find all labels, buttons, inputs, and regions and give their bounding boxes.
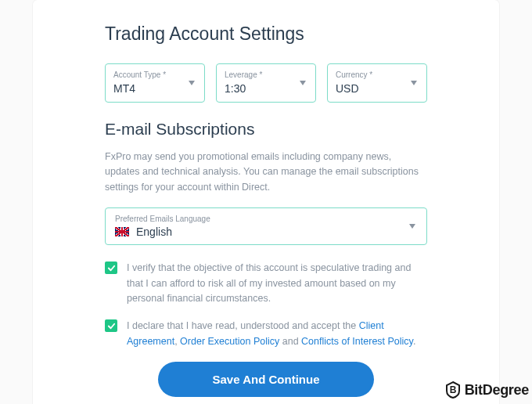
email-info-text: FxPro may send you promotional emails in…	[105, 150, 427, 195]
account-type-label: Account Type *	[113, 70, 196, 79]
declare-text: I declare that I have read, understood a…	[127, 319, 427, 349]
check-icon	[107, 264, 116, 272]
currency-select[interactable]: Currency * USD	[327, 63, 427, 103]
page-title: Trading Account Settings	[105, 23, 427, 45]
svg-text:B: B	[449, 384, 456, 395]
save-continue-button[interactable]: Save And Continue	[158, 362, 375, 397]
chevron-down-icon	[409, 224, 415, 229]
chevron-down-icon	[300, 81, 306, 85]
conflicts-policy-link[interactable]: Conflicts of Interest Policy	[301, 336, 413, 347]
declare-prefix: I declare that I have read, understood a…	[127, 320, 359, 331]
order-execution-link[interactable]: Order Execution Policy	[180, 336, 279, 347]
account-type-select[interactable]: Account Type * MT4	[105, 63, 205, 103]
verify-checkbox[interactable]	[105, 262, 117, 274]
verify-checkbox-row: I verify that the objective of this acco…	[105, 261, 427, 306]
currency-label: Currency *	[336, 70, 419, 79]
chevron-down-icon	[411, 81, 417, 85]
declare-checkbox-row: I declare that I have read, understood a…	[105, 319, 427, 349]
uk-flag-icon	[115, 227, 129, 236]
watermark-text: BitDegree	[465, 382, 529, 399]
watermark: B BitDegree	[444, 381, 529, 399]
leverage-label: Leverage *	[225, 70, 307, 79]
select-row: Account Type * MT4 Leverage * 1:30 Curre…	[105, 63, 427, 103]
chevron-down-icon	[189, 81, 195, 85]
leverage-value: 1:30	[225, 82, 246, 95]
language-value: English	[136, 225, 172, 238]
settings-card: Trading Account Settings Account Type * …	[33, 0, 499, 404]
declare-sep2: and	[279, 336, 301, 347]
check-icon	[107, 322, 116, 330]
declare-suffix: .	[413, 336, 415, 347]
currency-value: USD	[336, 82, 359, 95]
language-select[interactable]: Preferred Emails Language English	[105, 207, 427, 245]
declare-checkbox[interactable]	[105, 319, 117, 332]
email-heading: E-mail Subscriptions	[105, 120, 427, 139]
account-type-value: MT4	[113, 82, 135, 95]
verify-text: I verify that the objective of this acco…	[127, 261, 427, 306]
shield-icon: B	[444, 381, 462, 399]
leverage-select[interactable]: Leverage * 1:30	[216, 63, 316, 103]
language-label: Preferred Emails Language	[115, 215, 210, 223]
